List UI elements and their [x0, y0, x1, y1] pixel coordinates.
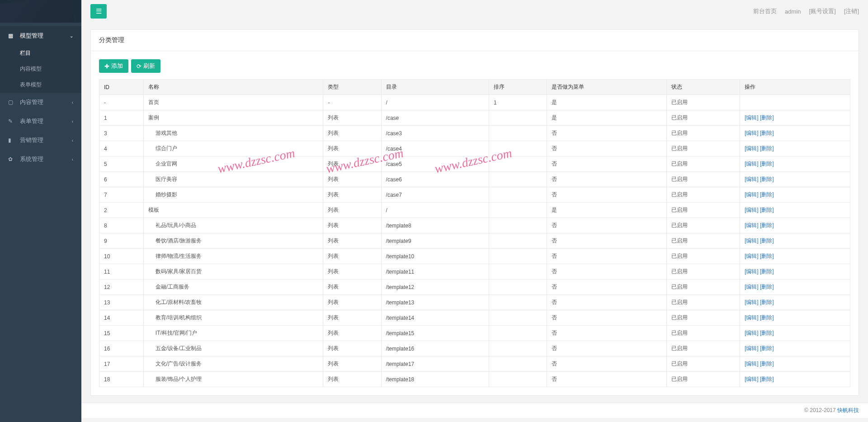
- edit-link[interactable]: [编辑]: [745, 330, 759, 336]
- edit-link[interactable]: [编辑]: [745, 191, 759, 198]
- col-header-5: 是否做为菜单: [547, 80, 666, 95]
- edit-link[interactable]: [编辑]: [745, 284, 759, 290]
- cell-type: 列表: [323, 372, 381, 387]
- cell-menu: 否: [547, 141, 666, 156]
- cell-sort: [489, 110, 547, 126]
- table-row: 13 化工/原材料/农畜牧 列表 /template13 否 已启用 [编辑] …: [99, 295, 850, 310]
- edit-link[interactable]: [编辑]: [745, 222, 759, 228]
- table-header-row: ID名称类型目录排序是否做为菜单状态操作: [99, 80, 850, 95]
- edit-link[interactable]: [编辑]: [745, 376, 759, 382]
- cell-sort: [489, 280, 547, 295]
- edit-link[interactable]: [编辑]: [745, 161, 759, 167]
- delete-link[interactable]: [删除]: [760, 176, 774, 182]
- table-row: 10 律师/物流/生活服务 列表 /template10 否 已启用 [编辑] …: [99, 249, 850, 264]
- table-row: 6 医疗美容 列表 /case6 否 已启用 [编辑] [删除]: [99, 172, 850, 187]
- cell-sort: [489, 203, 547, 218]
- sidebar-item-1[interactable]: ▢ 内容管理 ‹: [0, 93, 81, 112]
- table-body: - 首页 - / 1 是 已启用 1 案例 列表 /case 是 已启用 [编辑…: [99, 95, 850, 387]
- cell-id: 6: [99, 172, 144, 187]
- delete-link[interactable]: [删除]: [760, 314, 774, 321]
- edit-link[interactable]: [编辑]: [745, 237, 759, 244]
- cell-menu: 否: [547, 295, 666, 310]
- cell-sort: [489, 218, 547, 233]
- edit-link[interactable]: [编辑]: [745, 207, 759, 213]
- cell-status: 已启用: [666, 326, 740, 341]
- edit-link[interactable]: [编辑]: [745, 114, 759, 121]
- cell-actions: [编辑] [删除]: [740, 249, 850, 264]
- delete-link[interactable]: [删除]: [760, 330, 774, 336]
- edit-link[interactable]: [编辑]: [745, 314, 759, 321]
- edit-link[interactable]: [编辑]: [745, 268, 759, 275]
- cell-type: -: [323, 95, 381, 110]
- cell-menu: 否: [547, 326, 666, 341]
- cell-sort: [489, 187, 547, 203]
- cell-status: 已启用: [666, 233, 740, 249]
- cell-name: 律师/物流/生活服务: [148, 253, 202, 259]
- topbar-link-0[interactable]: 前台首页: [753, 7, 777, 15]
- cell-sort: [489, 249, 547, 264]
- delete-link[interactable]: [删除]: [760, 360, 774, 367]
- cell-name: 教育/培训/机构组织: [148, 314, 202, 321]
- cell-menu: 否: [547, 372, 666, 387]
- delete-link[interactable]: [删除]: [760, 207, 774, 213]
- add-button[interactable]: ✚ 添加: [99, 59, 128, 73]
- sidebar-menu: ▦ 模型管理 ⌄ 栏目内容模型表单模型 ▢ 内容管理 ‹ ✎ 表单管理 ‹ ▮ …: [0, 23, 81, 169]
- sidebar-toggle-button[interactable]: ☰: [90, 4, 107, 19]
- cell-actions: [编辑] [删除]: [740, 295, 850, 310]
- edit-link[interactable]: [编辑]: [745, 253, 759, 259]
- delete-link[interactable]: [删除]: [760, 191, 774, 198]
- edit-link[interactable]: [编辑]: [745, 145, 759, 152]
- panel-body: ✚ 添加 ⟳ 刷新 ID名称类型目录排序是否做为菜单状态操作 - 首页 - / …: [91, 51, 859, 395]
- col-header-3: 目录: [381, 80, 489, 95]
- topbar-link-2[interactable]: [账号设置]: [809, 7, 836, 15]
- edit-link[interactable]: [编辑]: [745, 360, 759, 367]
- delete-link[interactable]: [删除]: [760, 130, 774, 136]
- cell-dir: /template13: [381, 295, 489, 310]
- sidebar-subitem-0-1[interactable]: 内容模型: [0, 61, 81, 77]
- topbar-link-3[interactable]: [注销]: [844, 7, 859, 15]
- delete-link[interactable]: [删除]: [760, 376, 774, 382]
- cell-actions: [编辑] [删除]: [740, 172, 850, 187]
- topbar-link-1[interactable]: admin: [785, 8, 801, 15]
- sidebar-item-4[interactable]: ✿ 系统管理 ‹: [0, 150, 81, 169]
- delete-link[interactable]: [删除]: [760, 114, 774, 121]
- cell-actions: [编辑] [删除]: [740, 326, 850, 341]
- delete-link[interactable]: [删除]: [760, 345, 774, 351]
- edit-link[interactable]: [编辑]: [745, 345, 759, 351]
- delete-link[interactable]: [删除]: [760, 145, 774, 152]
- edit-link[interactable]: [编辑]: [745, 299, 759, 305]
- footer-brand-link[interactable]: 快帆科技: [837, 407, 859, 413]
- sidebar-item-2[interactable]: ✎ 表单管理 ‹: [0, 112, 81, 131]
- cell-type: 列表: [323, 172, 381, 187]
- cell-id: 2: [99, 203, 144, 218]
- sidebar-subitem-0-2[interactable]: 表单模型: [0, 77, 81, 93]
- cell-menu: 否: [547, 341, 666, 356]
- refresh-button[interactable]: ⟳ 刷新: [131, 59, 160, 73]
- delete-link[interactable]: [删除]: [760, 299, 774, 305]
- delete-link[interactable]: [删除]: [760, 268, 774, 275]
- cell-name: 五金/设备/工业制品: [148, 345, 202, 351]
- cell-id: 14: [99, 310, 144, 326]
- edit-link[interactable]: [编辑]: [745, 176, 759, 182]
- cell-actions: [编辑] [删除]: [740, 356, 850, 372]
- cell-name: 文化/广告/设计服务: [148, 360, 202, 367]
- cell-sort: [489, 156, 547, 172]
- chevron-left-icon: ‹: [72, 138, 73, 143]
- edit-icon: ✎: [8, 118, 16, 124]
- cell-status: 已启用: [666, 218, 740, 233]
- sidebar-item-label: 表单管理: [20, 117, 43, 125]
- sidebar-item-3[interactable]: ▮ 营销管理 ‹: [0, 131, 81, 150]
- cell-sort: [489, 172, 547, 187]
- sidebar-item-0[interactable]: ▦ 模型管理 ⌄: [0, 26, 81, 45]
- cell-menu: 是: [547, 95, 666, 110]
- cell-actions: [编辑] [删除]: [740, 233, 850, 249]
- delete-link[interactable]: [删除]: [760, 237, 774, 244]
- delete-link[interactable]: [删除]: [760, 253, 774, 259]
- delete-link[interactable]: [删除]: [760, 222, 774, 228]
- sidebar-subitem-0-0[interactable]: 栏目: [0, 45, 81, 61]
- cell-actions: [编辑] [删除]: [740, 310, 850, 326]
- edit-link[interactable]: [编辑]: [745, 130, 759, 136]
- delete-link[interactable]: [删除]: [760, 161, 774, 167]
- cell-sort: [489, 126, 547, 141]
- delete-link[interactable]: [删除]: [760, 284, 774, 290]
